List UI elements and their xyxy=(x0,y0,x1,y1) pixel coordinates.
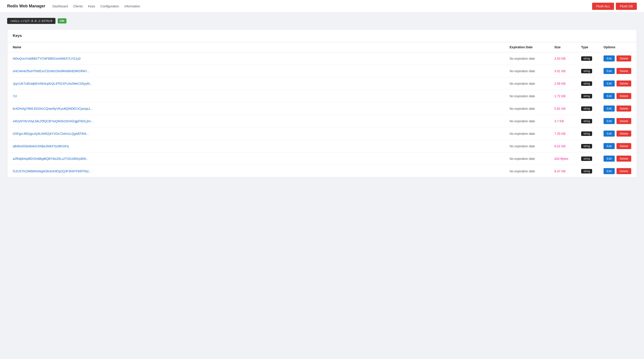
key-size: 3.53 KB xyxy=(554,57,566,60)
table-row: krADHAg78WLED2hcCQnwr8yVKyu8QNtDECiCjsnq… xyxy=(8,102,636,115)
key-type: string xyxy=(581,81,592,86)
expiration-date: No expiration date xyxy=(510,132,535,136)
edit-button[interactable]: Edit xyxy=(604,93,615,99)
keys-table-header: Name Expiration Date Size Type Options xyxy=(8,42,636,52)
options-cell: Edit Delete xyxy=(604,143,631,149)
keys-table-body: NI0vQnuYnddMGTYCNF66R2xmNtWX7LYG1y0 No e… xyxy=(8,52,636,178)
nav-keys[interactable]: Keys xyxy=(88,4,95,9)
col-header-size: Size xyxy=(549,42,576,52)
key-size: 7.25 KB xyxy=(554,132,566,136)
key-type: string xyxy=(581,119,592,124)
key-type: string xyxy=(581,106,592,111)
key-name-link[interactable]: a2fhdjdnhp8f2rDn6BgtBQBYbeZ8Ls2TODJd5Kjx… xyxy=(13,157,88,160)
expiration-date: No expiration date xyxy=(510,119,535,123)
options-cell: Edit Delete xyxy=(604,56,631,62)
key-name-link[interactable]: G5FgzrJ6DygczQ4LlAIRZj4YVOs72xlm1LQgABT8… xyxy=(13,132,89,136)
delete-button[interactable]: Delete xyxy=(616,93,631,99)
options-cell: Edit Delete xyxy=(604,106,631,112)
key-size: 3.7 KB xyxy=(554,119,564,123)
options-cell: Edit Delete xyxy=(604,130,631,136)
expiration-date: No expiration date xyxy=(510,144,535,148)
key-size: 1.72 KB xyxy=(554,94,566,98)
delete-button[interactable]: Delete xyxy=(616,168,631,174)
keys-table: Name Expiration Date Size Type Options N… xyxy=(8,42,636,177)
key-type: string xyxy=(581,94,592,98)
key-size: 434 Bytes xyxy=(554,157,568,160)
table-row: f12USTK2WltWKbrbgN3lmGK9Op2Q3F3h9YF65lTR… xyxy=(8,165,636,178)
delete-button[interactable]: Delete xyxy=(616,80,631,86)
key-name-link[interactable]: krADHAg78WLED2hcCQnwr8yVKyu8QNtDECiCjsnq… xyxy=(13,107,92,110)
key-type: string xyxy=(581,132,592,136)
edit-button[interactable]: Edit xyxy=(604,106,615,112)
key-name-link[interactable]: f12USTK2WltWKbrbgN3lmGK9Op2Q3F3h9YF65lTR… xyxy=(13,170,91,173)
table-row: a2fhdjdnhp8f2rDn6BgtBQBYbeZ8Ls2TODJd5Kjx… xyxy=(8,152,636,165)
delete-button[interactable]: Delete xyxy=(616,68,631,74)
options-cell: Edit Delete xyxy=(604,80,631,86)
expiration-date: No expiration date xyxy=(510,157,535,160)
main-nav: Dashboard Clients Keys Configuration Inf… xyxy=(52,4,585,9)
expiration-date: No expiration date xyxy=(510,170,535,173)
edit-button[interactable]: Edit xyxy=(604,130,615,136)
expiration-date: No expiration date xyxy=(510,82,535,86)
options-cell: Edit Delete xyxy=(604,68,631,74)
key-type: string xyxy=(581,169,592,174)
key-name-link[interactable]: JpyUJK7cB2wjbEm5K0cpfcQL9TlGXFUAztWeCS5y… xyxy=(13,82,92,86)
table-row: x4DyNY9cVHyLbkLP9QCBYwQMXk15mHZqjpFW2Ljt… xyxy=(8,115,636,128)
col-header-name: Name xyxy=(8,42,504,52)
table-row: G5FgzrJ6DygczQ4LlAIRZj4YVOs72xlm1LQgABT8… xyxy=(8,128,636,140)
table-row: JpyUJK7cB2wjbEm5K0cpfcQL9TlGXFUAztWeCS5y… xyxy=(8,77,636,90)
keys-panel: Keys Name Expiration Date Size Type Opti… xyxy=(7,29,637,178)
edit-button[interactable]: Edit xyxy=(604,168,615,174)
key-size: 3.01 KB xyxy=(554,69,566,73)
edit-button[interactable]: Edit xyxy=(604,56,615,62)
connection-status: ON xyxy=(58,18,67,24)
table-row: aB4bxDGbAbxkGXRjlwJlxlKFSzd6OxFq No expi… xyxy=(8,140,636,152)
nav-clients[interactable]: Clients xyxy=(73,4,83,9)
expiration-date: No expiration date xyxy=(510,94,535,98)
key-name-link[interactable]: aB4bxDGbAbxkGXRjlwJlxlKFSzd6OxFq xyxy=(13,144,69,148)
flush-db-button[interactable]: Flush DB xyxy=(616,3,637,10)
key-type: string xyxy=(581,156,592,161)
key-type: string xyxy=(581,56,592,61)
nav-configuration[interactable]: Configuration xyxy=(100,4,119,9)
flush-all-button[interactable]: Flush ALL xyxy=(592,3,614,10)
key-type: string xyxy=(581,69,592,73)
connection-bar: redis://127.0.0.1:6379/0 ON xyxy=(7,18,637,24)
edit-button[interactable]: Edit xyxy=(604,118,615,124)
header-actions: Flush ALL Flush DB xyxy=(592,3,637,10)
header: Redis Web Manager Dashboard Clients Keys… xyxy=(0,0,644,12)
edit-button[interactable]: Edit xyxy=(604,156,615,162)
delete-button[interactable]: Delete xyxy=(616,118,631,124)
options-cell: Edit Delete xyxy=(604,93,631,99)
options-cell: Edit Delete xyxy=(604,168,631,174)
key-size: 2.56 KB xyxy=(554,82,566,86)
col-header-options: Options xyxy=(598,42,636,52)
options-cell: Edit Delete xyxy=(604,118,631,124)
keys-panel-title: Keys xyxy=(8,30,636,42)
table-row: oHCAH4cf5uHTht0ExcCDnWzOlvI9Reli8HE6RGfN… xyxy=(8,65,636,77)
delete-button[interactable]: Delete xyxy=(616,56,631,62)
key-name-link[interactable]: x4DyNY9cVHyLbkLP9QCBYwQMXk15mHZqjpFW2Ljt… xyxy=(13,119,93,123)
key-name-link[interactable]: 7cl xyxy=(13,94,17,98)
edit-button[interactable]: Edit xyxy=(604,80,615,86)
edit-button[interactable]: Edit xyxy=(604,68,615,74)
main-content: redis://127.0.0.1:6379/0 ON Keys Name Ex… xyxy=(0,12,644,183)
table-row: 7cl No expiration date 1.72 KB string Ed… xyxy=(8,90,636,102)
edit-button[interactable]: Edit xyxy=(604,143,615,149)
col-header-expiration: Expiration Date xyxy=(504,42,549,52)
expiration-date: No expiration date xyxy=(510,107,535,110)
key-name-link[interactable]: NI0vQnuYnddMGTYCNF66R2xmNtWX7LYG1y0 xyxy=(13,57,80,60)
delete-button[interactable]: Delete xyxy=(616,143,631,149)
delete-button[interactable]: Delete xyxy=(616,156,631,162)
col-header-type: Type xyxy=(576,42,598,52)
key-size: 6.41 KB xyxy=(554,144,566,148)
nav-dashboard[interactable]: Dashboard xyxy=(52,4,68,9)
connection-url: redis://127.0.0.1:6379/0 xyxy=(7,18,56,24)
delete-button[interactable]: Delete xyxy=(616,130,631,136)
expiration-date: No expiration date xyxy=(510,57,535,60)
nav-information[interactable]: Information xyxy=(124,4,140,9)
delete-button[interactable]: Delete xyxy=(616,106,631,112)
expiration-date: No expiration date xyxy=(510,69,535,73)
key-name-link[interactable]: oHCAH4cf5uHTht0ExcCDnWzOlvI9Reli8HE6RGfN… xyxy=(13,69,89,73)
key-size: 5.81 KB xyxy=(554,107,566,110)
